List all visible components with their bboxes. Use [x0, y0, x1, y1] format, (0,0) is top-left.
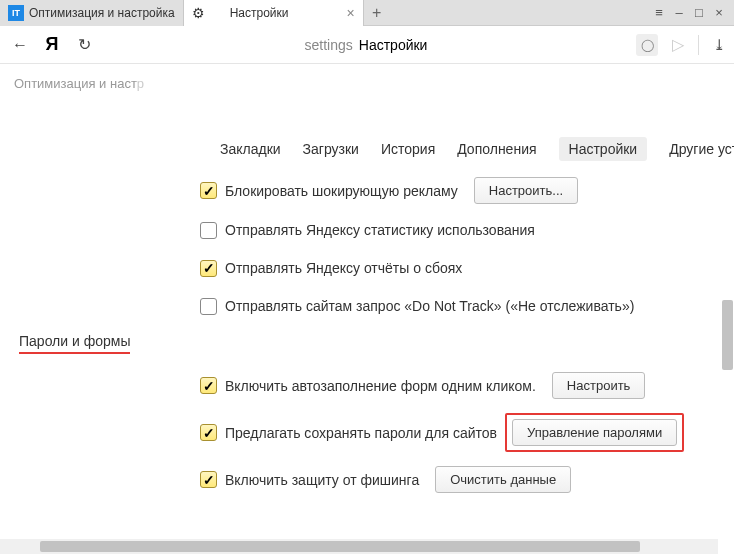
tab-settings[interactable]: Настройки: [559, 137, 648, 161]
configure-ads-button[interactable]: Настроить...: [474, 177, 578, 204]
checkbox-save-passwords[interactable]: [200, 424, 217, 441]
row-send-stats: Отправлять Яндексу статистику использова…: [200, 218, 734, 242]
tab-addons[interactable]: Дополнения: [457, 141, 536, 161]
new-tab-button[interactable]: +: [364, 4, 390, 22]
checkbox-phishing[interactable]: [200, 471, 217, 488]
row-autofill: Включить автозаполнение форм одним клико…: [200, 372, 734, 399]
address-host: settings: [305, 37, 353, 53]
bg-tab-title: Оптимизация и настройка: [29, 6, 175, 20]
tab-devices[interactable]: Другие устройств: [669, 141, 734, 161]
row-save-passwords: Предлагать сохранять пароли для сайтов У…: [200, 413, 734, 452]
nav-tabs: Закладки Загрузки История Дополнения Нас…: [30, 103, 734, 177]
configure-autofill-button[interactable]: Настроить: [552, 372, 646, 399]
active-tab[interactable]: ⚙ Настройки ×: [184, 0, 364, 26]
section-passwords-forms: Пароли и формы: [19, 333, 130, 354]
reload-button[interactable]: ↻: [72, 33, 96, 57]
close-tab-icon[interactable]: ×: [346, 5, 354, 21]
back-button[interactable]: ←: [8, 33, 32, 57]
tab-bookmarks[interactable]: Закладки: [220, 141, 281, 161]
clear-data-button[interactable]: Очистить данные: [435, 466, 571, 493]
address-bar[interactable]: settings Настройки: [104, 37, 628, 53]
checkbox-autofill[interactable]: [200, 377, 217, 394]
vertical-scrollbar[interactable]: [722, 300, 733, 370]
background-tab[interactable]: IT Оптимизация и настройка: [0, 0, 184, 26]
active-tab-title: Настройки: [230, 6, 289, 20]
manage-passwords-button[interactable]: Управление паролями: [512, 419, 677, 446]
close-window-button[interactable]: ×: [710, 4, 728, 22]
gear-icon: ⚙: [192, 5, 205, 21]
protect-icon[interactable]: ◯: [636, 34, 658, 56]
label-crash-reports: Отправлять Яндексу отчёты о сбоях: [225, 260, 462, 276]
label-save-passwords: Предлагать сохранять пароли для сайтов: [225, 425, 497, 441]
highlight-manage-passwords: Управление паролями: [505, 413, 684, 452]
tab-downloads[interactable]: Загрузки: [303, 141, 359, 161]
favicon-it: IT: [8, 5, 24, 21]
menu-icon[interactable]: ≡: [650, 4, 668, 22]
downloads-icon[interactable]: ⤓: [713, 36, 726, 54]
label-phishing: Включить защиту от фишинга: [225, 472, 419, 488]
row-dnt: Отправлять сайтам запрос «Do Not Track» …: [200, 294, 734, 318]
content: Закладки Загрузки История Дополнения Нас…: [0, 103, 734, 493]
bookmark-star-icon[interactable]: ▷: [672, 35, 684, 54]
label-send-stats: Отправлять Яндексу статистику использова…: [225, 222, 535, 238]
label-autofill: Включить автозаполнение форм одним клико…: [225, 378, 536, 394]
forms-rows: Включить автозаполнение форм одним клико…: [30, 372, 734, 493]
breadcrumb-text: Оптимизация и наст: [14, 76, 137, 91]
window-controls: ≡ – □ ×: [650, 4, 734, 22]
horizontal-scrollbar[interactable]: [40, 541, 640, 552]
row-block-ads: Блокировать шокирующую рекламу Настроить…: [200, 177, 734, 204]
label-block-ads: Блокировать шокирующую рекламу: [225, 183, 458, 199]
row-crash-reports: Отправлять Яндексу отчёты о сбоях: [200, 256, 734, 280]
label-dnt: Отправлять сайтам запрос «Do Not Track» …: [225, 298, 634, 314]
breadcrumb: Оптимизация и настр: [0, 64, 734, 103]
checkbox-dnt[interactable]: [200, 298, 217, 315]
checkbox-crash-reports[interactable]: [200, 260, 217, 277]
address-path: Настройки: [359, 37, 428, 53]
checkbox-block-ads[interactable]: [200, 182, 217, 199]
row-phishing: Включить защиту от фишинга Очистить данн…: [200, 466, 734, 493]
privacy-rows: Блокировать шокирующую рекламу Настроить…: [30, 177, 734, 318]
maximize-button[interactable]: □: [690, 4, 708, 22]
yandex-home-icon[interactable]: Я: [40, 33, 64, 57]
toolbar: ← Я ↻ settings Настройки ◯ ▷ ⤓: [0, 26, 734, 64]
breadcrumb-cut: р: [137, 76, 144, 91]
minimize-button[interactable]: –: [670, 4, 688, 22]
checkbox-send-stats[interactable]: [200, 222, 217, 239]
tab-history[interactable]: История: [381, 141, 435, 161]
titlebar: IT Оптимизация и настройка ⚙ Настройки ×…: [0, 0, 734, 26]
